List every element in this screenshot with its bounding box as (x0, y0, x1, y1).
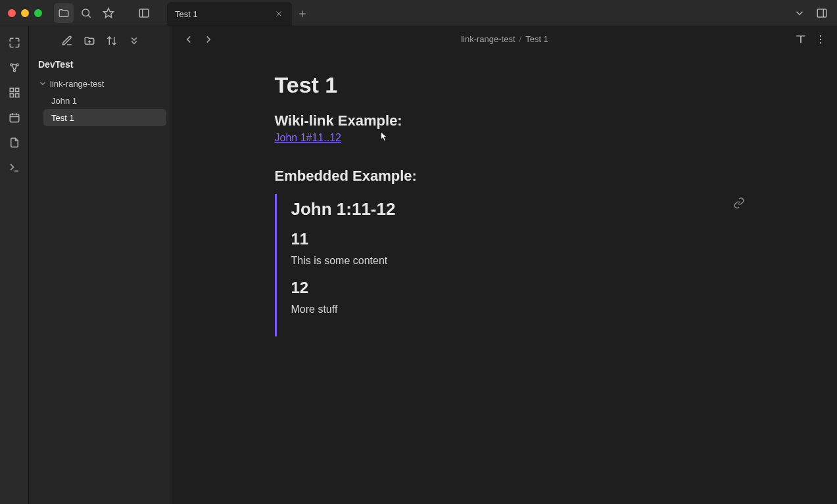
reading-view-icon[interactable] (792, 31, 809, 48)
svg-point-30 (820, 35, 821, 36)
editor-header: link-range-test / Test 1 (172, 26, 837, 53)
sidebar-left-icon[interactable] (134, 3, 154, 23)
embed-section-body[interactable]: This is some content (291, 255, 723, 267)
embed-section-body[interactable]: More stuff (291, 304, 723, 315)
window-controls (0, 9, 50, 17)
svg-rect-19 (15, 94, 18, 97)
embedded-block: John 1:11-12 11 This is some content 12 … (275, 194, 735, 336)
file-explorer-toolbar (29, 26, 172, 55)
collapse-icon[interactable] (125, 32, 143, 50)
editor-pane: link-range-test / Test 1 Test 1 Wiki-lin… (172, 26, 837, 504)
svg-line-1 (88, 15, 91, 18)
breadcrumb-segment[interactable]: Test 1 (525, 34, 548, 44)
embed-title[interactable]: John 1:11-12 (291, 199, 723, 219)
nav-forward-icon[interactable] (200, 31, 217, 48)
vault-title[interactable]: DevTest (29, 55, 172, 75)
svg-rect-20 (10, 94, 13, 97)
tab-strip: Test 1 (167, 0, 313, 26)
nav-back-icon[interactable] (180, 31, 197, 48)
new-note-icon[interactable] (58, 32, 76, 50)
tree-file-john-1[interactable]: John 1 (43, 92, 166, 109)
svg-rect-17 (10, 88, 13, 91)
section-heading-embedded[interactable]: Embedded Example: (275, 168, 735, 185)
svg-rect-3 (139, 9, 149, 17)
panels-icon[interactable] (812, 3, 832, 23)
file-explorer: DevTest link-range-test John 1 Test 1 (29, 26, 172, 504)
breadcrumb: link-range-test / Test 1 (221, 34, 788, 44)
embed-section-heading[interactable]: 11 (291, 230, 723, 248)
file-tree: link-range-test John 1 Test 1 (29, 75, 172, 126)
svg-point-13 (13, 70, 15, 72)
more-options-icon[interactable] (812, 31, 829, 48)
tree-file-label: John 1 (51, 96, 77, 106)
svg-point-12 (16, 64, 18, 66)
chevron-down-icon (38, 79, 47, 88)
tree-folder-link-range-test[interactable]: link-range-test (34, 75, 166, 92)
embed-section-heading[interactable]: 12 (291, 279, 723, 297)
svg-point-31 (820, 38, 821, 39)
chevron-down-icon[interactable] (790, 3, 809, 23)
svg-line-14 (12, 66, 14, 70)
svg-point-11 (11, 64, 12, 66)
quick-switcher-icon[interactable] (3, 32, 26, 54)
document-scroll[interactable]: Test 1 Wiki-link Example: John 1#11..12 … (172, 53, 837, 504)
svg-marker-2 (104, 8, 114, 17)
tree-file-test-1[interactable]: Test 1 (43, 109, 166, 126)
new-folder-icon[interactable] (80, 32, 99, 50)
sort-icon[interactable] (103, 32, 121, 50)
search-icon[interactable] (76, 3, 96, 23)
svg-rect-9 (817, 9, 826, 17)
close-window-button[interactable] (8, 9, 16, 17)
tab-test-1[interactable]: Test 1 (167, 2, 292, 26)
section-heading-wikilink[interactable]: Wiki-link Example: (275, 112, 735, 129)
add-tab-button[interactable] (292, 2, 313, 26)
svg-rect-18 (15, 88, 18, 91)
tree-folder-label: link-range-test (50, 79, 104, 89)
svg-rect-21 (10, 114, 19, 122)
tree-file-label: Test 1 (51, 113, 74, 123)
ribbon (0, 26, 29, 504)
star-icon[interactable] (99, 3, 118, 23)
link-icon[interactable] (730, 194, 748, 212)
document-content: Test 1 Wiki-link Example: John 1#11..12 … (275, 53, 735, 504)
canvas-icon[interactable] (3, 81, 26, 104)
wiki-link[interactable]: John 1#11..12 (275, 132, 341, 143)
svg-point-0 (82, 9, 89, 16)
titlebar: Test 1 (0, 0, 837, 26)
graph-icon[interactable] (3, 57, 26, 79)
breadcrumb-sep: / (519, 34, 522, 44)
command-icon[interactable] (3, 156, 26, 179)
breadcrumb-segment[interactable]: link-range-test (461, 34, 515, 44)
calendar-icon[interactable] (3, 106, 26, 129)
svg-line-15 (14, 66, 16, 70)
maximize-window-button[interactable] (34, 9, 42, 17)
files-icon[interactable] (3, 131, 26, 154)
titlebar-right-tools (790, 3, 837, 23)
titlebar-left-tools (50, 3, 118, 23)
page-title[interactable]: Test 1 (275, 72, 735, 98)
tab-label: Test 1 (175, 9, 267, 19)
svg-point-32 (820, 42, 821, 43)
minimize-window-button[interactable] (21, 9, 29, 17)
folder-icon[interactable] (54, 3, 74, 23)
close-icon[interactable] (274, 9, 284, 19)
mouse-cursor-icon (380, 131, 389, 143)
